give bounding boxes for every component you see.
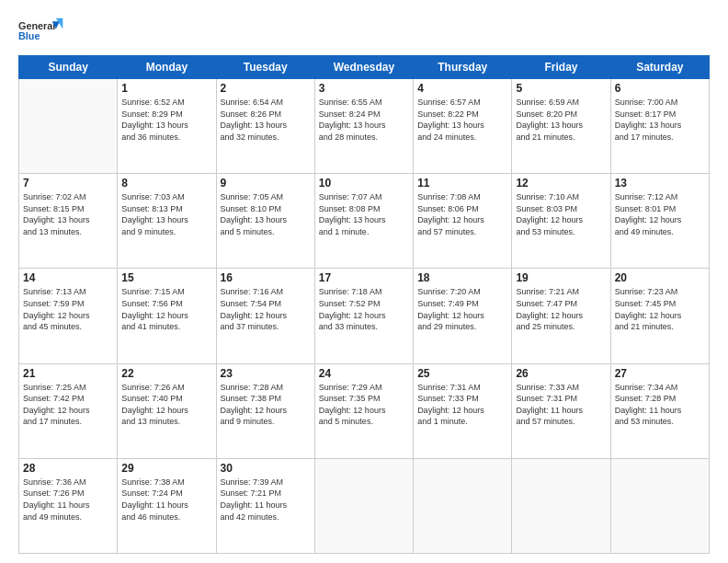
day-number: 2 (221, 82, 311, 95)
day-info: Sunrise: 7:07 AM Sunset: 8:08 PM Dayligh… (319, 191, 409, 237)
table-row: 10Sunrise: 7:07 AM Sunset: 8:08 PM Dayli… (314, 174, 413, 269)
table-row: 25Sunrise: 7:31 AM Sunset: 7:33 PM Dayli… (414, 363, 512, 458)
day-info: Sunrise: 6:57 AM Sunset: 8:22 PM Dayligh… (417, 97, 507, 143)
day-number: 13 (615, 177, 705, 190)
day-info: Sunrise: 7:08 AM Sunset: 8:06 PM Dayligh… (417, 191, 507, 237)
day-info: Sunrise: 6:54 AM Sunset: 8:26 PM Dayligh… (221, 97, 311, 143)
day-number: 3 (319, 82, 409, 95)
day-info: Sunrise: 7:31 AM Sunset: 7:33 PM Dayligh… (417, 382, 507, 428)
table-row: 22Sunrise: 7:26 AM Sunset: 7:40 PM Dayli… (118, 363, 216, 458)
day-number: 30 (221, 462, 311, 475)
table-row (314, 458, 413, 553)
table-row: 17Sunrise: 7:18 AM Sunset: 7:52 PM Dayli… (314, 269, 413, 363)
svg-text:General: General (18, 20, 55, 31)
day-info: Sunrise: 7:20 AM Sunset: 7:49 PM Dayligh… (417, 286, 507, 332)
table-row (19, 79, 118, 174)
day-number: 26 (516, 367, 606, 380)
table-row (610, 458, 709, 553)
day-number: 19 (516, 271, 606, 284)
table-row: 21Sunrise: 7:25 AM Sunset: 7:42 PM Dayli… (19, 363, 118, 458)
day-number: 23 (221, 367, 311, 380)
day-number: 9 (221, 177, 311, 190)
day-info: Sunrise: 6:55 AM Sunset: 8:24 PM Dayligh… (319, 97, 409, 143)
day-number: 24 (319, 367, 409, 380)
day-number: 28 (23, 462, 113, 475)
day-info: Sunrise: 7:05 AM Sunset: 8:10 PM Dayligh… (221, 191, 311, 237)
table-row: 9Sunrise: 7:05 AM Sunset: 8:10 PM Daylig… (216, 174, 314, 269)
calendar-header-row: Sunday Monday Tuesday Wednesday Thursday… (19, 56, 710, 79)
day-info: Sunrise: 6:52 AM Sunset: 8:29 PM Dayligh… (121, 97, 211, 143)
table-row: 7Sunrise: 7:02 AM Sunset: 8:15 PM Daylig… (19, 174, 118, 269)
table-row: 13Sunrise: 7:12 AM Sunset: 8:01 PM Dayli… (610, 174, 709, 269)
day-info: Sunrise: 7:23 AM Sunset: 7:45 PM Dayligh… (615, 286, 705, 332)
day-info: Sunrise: 7:33 AM Sunset: 7:31 PM Dayligh… (516, 382, 606, 428)
table-row: 26Sunrise: 7:33 AM Sunset: 7:31 PM Dayli… (512, 363, 610, 458)
table-row: 11Sunrise: 7:08 AM Sunset: 8:06 PM Dayli… (414, 174, 512, 269)
table-row: 18Sunrise: 7:20 AM Sunset: 7:49 PM Dayli… (414, 269, 512, 363)
day-number: 7 (23, 177, 113, 190)
table-row: 8Sunrise: 7:03 AM Sunset: 8:13 PM Daylig… (118, 174, 216, 269)
day-number: 10 (319, 177, 409, 190)
day-info: Sunrise: 7:38 AM Sunset: 7:24 PM Dayligh… (121, 477, 211, 523)
day-number: 6 (615, 82, 705, 95)
day-info: Sunrise: 7:00 AM Sunset: 8:17 PM Dayligh… (615, 97, 705, 143)
day-number: 20 (615, 271, 705, 284)
day-info: Sunrise: 6:59 AM Sunset: 8:20 PM Dayligh… (516, 97, 606, 143)
day-number: 12 (516, 177, 606, 190)
table-row: 15Sunrise: 7:15 AM Sunset: 7:56 PM Dayli… (118, 269, 216, 363)
day-number: 18 (417, 271, 507, 284)
col-friday: Friday (512, 56, 610, 79)
day-number: 1 (121, 82, 211, 95)
table-row (512, 458, 610, 553)
calendar-week-row: 14Sunrise: 7:13 AM Sunset: 7:59 PM Dayli… (19, 269, 710, 363)
day-info: Sunrise: 7:34 AM Sunset: 7:28 PM Dayligh… (615, 382, 705, 428)
calendar-week-row: 21Sunrise: 7:25 AM Sunset: 7:42 PM Dayli… (19, 363, 710, 458)
col-saturday: Saturday (610, 56, 709, 79)
col-thursday: Thursday (414, 56, 512, 79)
day-info: Sunrise: 7:12 AM Sunset: 8:01 PM Dayligh… (615, 191, 705, 237)
table-row: 28Sunrise: 7:36 AM Sunset: 7:26 PM Dayli… (19, 458, 118, 553)
day-info: Sunrise: 7:16 AM Sunset: 7:54 PM Dayligh… (221, 286, 311, 332)
day-info: Sunrise: 7:26 AM Sunset: 7:40 PM Dayligh… (121, 382, 211, 428)
day-number: 4 (417, 82, 507, 95)
day-number: 17 (319, 271, 409, 284)
logo-icon: General Blue (18, 15, 64, 48)
day-info: Sunrise: 7:13 AM Sunset: 7:59 PM Dayligh… (23, 286, 113, 332)
day-info: Sunrise: 7:02 AM Sunset: 8:15 PM Dayligh… (23, 191, 113, 237)
day-number: 11 (417, 177, 507, 190)
day-info: Sunrise: 7:10 AM Sunset: 8:03 PM Dayligh… (516, 191, 606, 237)
day-number: 29 (121, 462, 211, 475)
table-row: 16Sunrise: 7:16 AM Sunset: 7:54 PM Dayli… (216, 269, 314, 363)
table-row: 20Sunrise: 7:23 AM Sunset: 7:45 PM Dayli… (610, 269, 709, 363)
day-number: 14 (23, 271, 113, 284)
svg-text:Blue: Blue (18, 30, 40, 41)
col-wednesday: Wednesday (314, 56, 413, 79)
table-row: 3Sunrise: 6:55 AM Sunset: 8:24 PM Daylig… (314, 79, 413, 174)
day-info: Sunrise: 7:25 AM Sunset: 7:42 PM Dayligh… (23, 382, 113, 428)
table-row: 5Sunrise: 6:59 AM Sunset: 8:20 PM Daylig… (512, 79, 610, 174)
day-info: Sunrise: 7:03 AM Sunset: 8:13 PM Dayligh… (121, 191, 211, 237)
table-row: 12Sunrise: 7:10 AM Sunset: 8:03 PM Dayli… (512, 174, 610, 269)
table-row: 27Sunrise: 7:34 AM Sunset: 7:28 PM Dayli… (610, 363, 709, 458)
day-number: 15 (121, 271, 211, 284)
page-header: General Blue (18, 15, 710, 48)
calendar-week-row: 1Sunrise: 6:52 AM Sunset: 8:29 PM Daylig… (19, 79, 710, 174)
day-number: 5 (516, 82, 606, 95)
table-row: 14Sunrise: 7:13 AM Sunset: 7:59 PM Dayli… (19, 269, 118, 363)
table-row: 24Sunrise: 7:29 AM Sunset: 7:35 PM Dayli… (314, 363, 413, 458)
calendar-week-row: 28Sunrise: 7:36 AM Sunset: 7:26 PM Dayli… (19, 458, 710, 553)
table-row (414, 458, 512, 553)
day-number: 8 (121, 177, 211, 190)
day-info: Sunrise: 7:36 AM Sunset: 7:26 PM Dayligh… (23, 477, 113, 523)
logo: General Blue (18, 15, 64, 48)
calendar-week-row: 7Sunrise: 7:02 AM Sunset: 8:15 PM Daylig… (19, 174, 710, 269)
day-number: 21 (23, 367, 113, 380)
table-row: 1Sunrise: 6:52 AM Sunset: 8:29 PM Daylig… (118, 79, 216, 174)
table-row: 4Sunrise: 6:57 AM Sunset: 8:22 PM Daylig… (414, 79, 512, 174)
col-monday: Monday (118, 56, 216, 79)
day-number: 22 (121, 367, 211, 380)
day-number: 27 (615, 367, 705, 380)
day-info: Sunrise: 7:39 AM Sunset: 7:21 PM Dayligh… (221, 477, 311, 523)
day-number: 16 (221, 271, 311, 284)
day-number: 25 (417, 367, 507, 380)
